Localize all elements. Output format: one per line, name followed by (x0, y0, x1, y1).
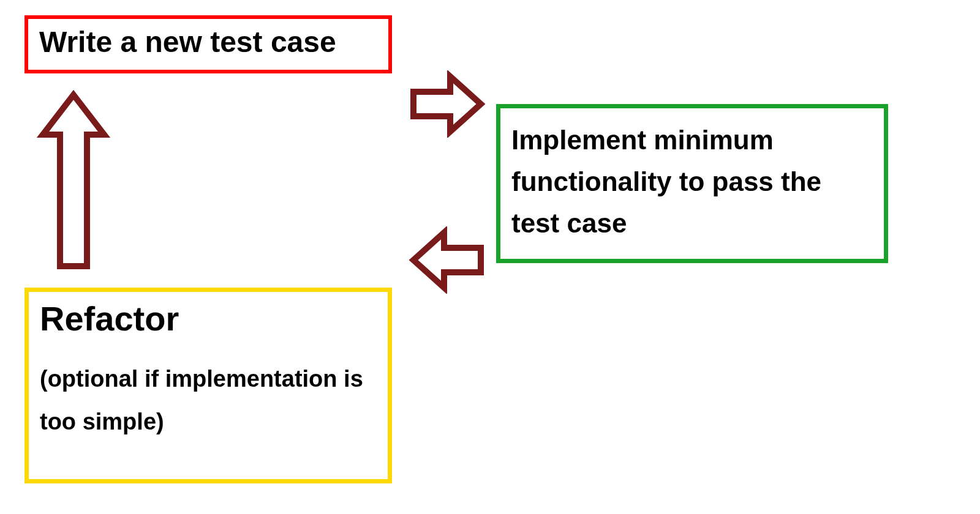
refactor-title: Refactor (40, 298, 377, 339)
implement-text: Implement minimum functionality to pass … (511, 119, 873, 245)
arrow-left-icon (407, 226, 487, 294)
box-refactor: Refactor (optional if implementation is … (24, 288, 392, 483)
arrow-right-icon (407, 70, 487, 138)
box-implement: Implement minimum functionality to pass … (496, 104, 888, 263)
svg-marker-0 (413, 76, 481, 132)
refactor-subtitle: (optional if implementation is too simpl… (40, 357, 377, 444)
arrow-up-icon (37, 89, 110, 272)
box-write-test: Write a new test case (24, 15, 392, 73)
svg-marker-2 (43, 95, 104, 266)
svg-marker-1 (413, 233, 481, 288)
write-test-text: Write a new test case (39, 25, 377, 59)
